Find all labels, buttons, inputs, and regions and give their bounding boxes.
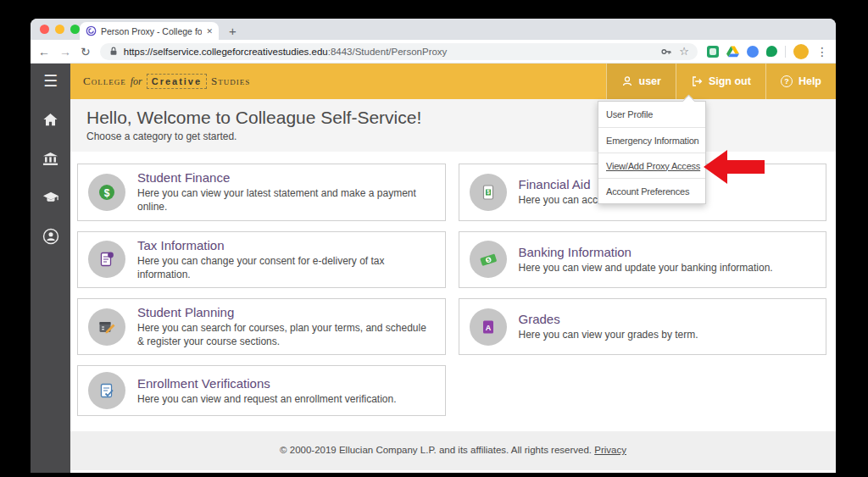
browser-menu-icon[interactable]: ⋮ <box>816 45 828 58</box>
card-title[interactable]: Student Finance <box>137 170 435 185</box>
tax-document-icon <box>88 241 125 278</box>
sign-out-button[interactable]: Sign out <box>676 64 765 99</box>
browser-tab-bar: Person Proxy - College for Cre ✕ + <box>31 19 836 40</box>
page-title: Hello, Welcome to Colleague Self-Service… <box>86 107 820 128</box>
card-description: Here you can view and update your bankin… <box>519 261 773 275</box>
user-menu-button[interactable]: user <box>606 64 676 99</box>
card-description: Here you can view your latest statement … <box>137 186 435 214</box>
card-title[interactable]: Student Planning <box>137 305 435 319</box>
maximize-window-button[interactable] <box>70 25 80 34</box>
menu-item-user-profile[interactable]: User Profile <box>598 102 705 127</box>
svg-text:$: $ <box>487 189 490 196</box>
dollar-coin-icon: $ <box>88 174 125 211</box>
finance-bank-icon[interactable] <box>42 150 59 167</box>
extension-blue-circle-icon[interactable] <box>747 46 759 58</box>
menu-item-account-preferences[interactable]: Account Preferences <box>598 178 705 203</box>
card-description: Here you can search for courses, plan yo… <box>137 321 435 348</box>
page-content: ☰ <box>31 64 836 473</box>
reload-icon[interactable]: ↻ <box>81 46 91 58</box>
sign-out-label: Sign out <box>709 75 751 87</box>
main-area: College for Creative Studies user <box>70 64 836 473</box>
help-label: Help <box>798 75 821 87</box>
address-bar[interactable]: https://selfservice.collegeforcreativest… <box>100 43 698 60</box>
menu-item-view-add-proxy-access[interactable]: View/Add Proxy Access <box>598 153 705 178</box>
card-title[interactable]: Grades <box>519 312 698 326</box>
help-button[interactable]: ? Help <box>765 64 836 99</box>
logo-college-text: College <box>83 75 126 88</box>
browser-toolbar: ← → ↻ https://selfservice.collegeforcrea… <box>31 40 836 64</box>
card-description: Here you can view and request an enrollm… <box>137 392 397 406</box>
sign-out-icon <box>691 75 703 87</box>
dollar-bill-icon: $ <box>470 174 507 211</box>
logo-studies-text: Studies <box>211 75 250 88</box>
banknote-icon: $ <box>470 241 507 278</box>
privacy-link[interactable]: Privacy <box>594 445 626 455</box>
card-student-finance[interactable]: $ Student Finance Here you can view your… <box>77 164 446 220</box>
ellucian-favicon <box>86 25 97 36</box>
page-subtitle: Choose a category to get started. <box>86 130 820 142</box>
extension-green-square-icon[interactable] <box>707 46 719 58</box>
home-icon[interactable] <box>42 111 59 128</box>
card-student-planning[interactable]: Student Planning Here you can search for… <box>77 298 446 355</box>
bookmark-star-icon[interactable]: ☆ <box>679 46 689 57</box>
clipboard-check-icon <box>88 372 125 409</box>
user-dropdown-menu: User Profile Emergency Information View/… <box>598 101 706 204</box>
profile-avatar[interactable] <box>793 44 809 59</box>
toolbar-divider <box>785 46 786 58</box>
site-header: College for Creative Studies user <box>70 64 836 99</box>
card-description: Here you can view your grades by term. <box>519 328 698 341</box>
person-icon <box>621 75 633 87</box>
password-key-icon[interactable] <box>660 46 672 58</box>
card-enrollment-verifications[interactable]: Enrollment Verifications Here you can vi… <box>77 365 446 416</box>
page-bottom-space <box>70 470 836 473</box>
help-icon: ? <box>781 75 793 87</box>
college-logo: College for Creative Studies <box>70 64 606 99</box>
category-cards: $ Student Finance Here you can view your… <box>70 152 836 431</box>
new-tab-button[interactable]: + <box>229 25 236 37</box>
card-title[interactable]: Banking Information <box>519 245 773 259</box>
card-title[interactable]: Enrollment Verifications <box>137 376 397 391</box>
app-sidebar: ☰ <box>31 64 70 473</box>
calendar-pencil-icon <box>88 308 125 346</box>
browser-tab[interactable]: Person Proxy - College for Cre ✕ <box>80 22 219 40</box>
extension-green-bubble-icon[interactable] <box>766 46 777 57</box>
hamburger-menu-icon[interactable]: ☰ <box>42 72 59 89</box>
url-host: https://selfservice.collegeforcreativest… <box>124 47 328 57</box>
logo-for-text: for <box>131 75 142 88</box>
copyright-text: © 2000-2019 Ellucian Company L.P. and it… <box>280 445 592 455</box>
desktop-background: { "colors": { "header_gold": "#F1BA3E", … <box>0 0 868 477</box>
card-tax-information[interactable]: Tax Information Here you can change your… <box>77 231 446 288</box>
tab-title: Person Proxy - College for Cre <box>101 26 202 36</box>
welcome-banner: Hello, Welcome to Colleague Self-Service… <box>70 99 836 152</box>
google-drive-icon[interactable] <box>726 46 739 58</box>
card-description: Here you can change your consent for e-d… <box>137 254 435 281</box>
grade-a-icon: A <box>470 308 507 346</box>
back-icon[interactable]: ← <box>38 46 50 58</box>
tab-close-icon[interactable]: ✕ <box>206 27 213 36</box>
svg-text:$: $ <box>104 186 110 198</box>
user-profile-icon[interactable] <box>42 228 59 245</box>
close-window-button[interactable] <box>40 25 49 34</box>
minimize-window-button[interactable] <box>55 25 64 34</box>
card-grades[interactable]: A Grades Here you can view your grades b… <box>459 298 827 355</box>
user-menu-label: user <box>639 75 661 87</box>
lock-icon <box>108 46 119 57</box>
red-annotation-arrow <box>703 149 765 185</box>
window-controls <box>40 25 80 34</box>
extensions-area: ⋮ <box>707 44 828 59</box>
academics-grad-cap-icon[interactable] <box>42 189 59 206</box>
logo-creative-text: Creative <box>147 74 207 89</box>
svg-text:A: A <box>485 323 491 331</box>
url-path: :8443/Student/PersonProxy <box>328 47 448 57</box>
menu-item-emergency-information[interactable]: Emergency Information <box>598 127 705 153</box>
page-footer: © 2000-2019 Ellucian Company L.P. and it… <box>70 431 836 470</box>
forward-icon[interactable]: → <box>59 46 71 58</box>
browser-window: Person Proxy - College for Cre ✕ + ← → ↻… <box>31 19 836 473</box>
card-title[interactable]: Tax Information <box>137 238 435 252</box>
card-banking-information[interactable]: $ Banking Information Here you can view … <box>459 231 827 288</box>
